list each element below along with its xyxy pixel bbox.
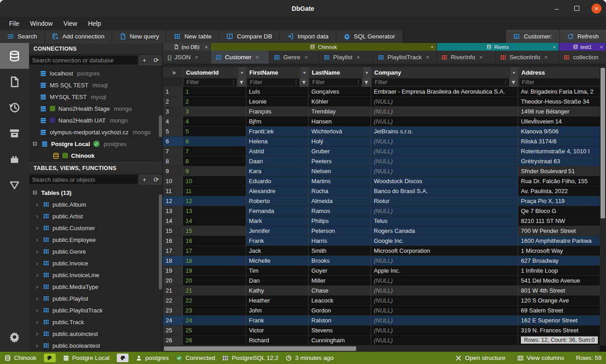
chevron-right-icon[interactable]: ›: [34, 271, 40, 279]
tab-riverinfo[interactable]: RiverInfo×: [437, 51, 496, 64]
table-cell[interactable]: 1 Microsoft Way: [518, 246, 600, 256]
table-cell[interactable]: Gonçalves: [309, 87, 371, 97]
table-cell[interactable]: Ramos: [309, 206, 371, 216]
table-cell[interactable]: Dan: [246, 276, 309, 286]
toolbar-customer-button[interactable]: Customer:: [506, 30, 559, 43]
tables-scrollbar[interactable]: [159, 194, 162, 289]
tab-genre[interactable]: Genre×: [269, 51, 319, 64]
table-cell[interactable]: 319 N. Frances Street: [518, 326, 600, 336]
filter-input[interactable]: Filter: [520, 79, 600, 86]
table-cell[interactable]: Helena: [246, 137, 309, 147]
table-cell[interactable]: Qe 7 Bloco G: [518, 206, 600, 216]
table-cell[interactable]: Kathy: [246, 286, 309, 296]
table-cell[interactable]: Tremblay: [309, 107, 371, 117]
table-cell[interactable]: 14: [183, 216, 246, 226]
table-cell[interactable]: Jack: [246, 246, 309, 256]
table-cell[interactable]: 15: [183, 226, 246, 236]
table-cell[interactable]: Bjřrn: [246, 117, 309, 127]
table-cell[interactable]: Richard: [246, 336, 309, 345]
table-cell[interactable]: Klanova 9/506: [518, 127, 600, 137]
table-cell[interactable]: 120 S Orange Ave: [518, 296, 600, 306]
chevron-down-icon[interactable]: ▾: [300, 67, 308, 78]
table-cell[interactable]: 24: [183, 316, 246, 326]
toolbar-new-query-button[interactable]: New query: [112, 30, 167, 43]
toolbar-import-data-button[interactable]: Import data: [280, 30, 336, 43]
table-cell[interactable]: Praça Pio X, 119: [518, 196, 600, 206]
table-cell[interactable]: (NULL): [371, 276, 518, 286]
tab-group-rivers[interactable]: Rivers×: [437, 43, 559, 51]
table-cell[interactable]: (NULL): [371, 156, 518, 166]
chevron-right-icon[interactable]: ›: [34, 330, 40, 337]
table-cell[interactable]: Roberto: [246, 196, 309, 206]
chevron-right-icon[interactable]: ›: [34, 342, 40, 349]
table-item-public-employee[interactable]: ›public.Employee: [29, 234, 162, 246]
table-cell[interactable]: Harris: [309, 236, 371, 246]
table-row[interactable]: 1111AlexandreRochaBanco do Brasil S.A.Av…: [163, 186, 600, 196]
table-row[interactable]: 2121KathyChase(NULL)801 W 4th Street: [163, 286, 600, 296]
close-group-icon[interactable]: ×: [205, 44, 208, 50]
kebab-menu-icon[interactable]: ⋮: [502, 79, 509, 86]
rail-archive-icon[interactable]: [0, 120, 29, 146]
table-cell[interactable]: Kara: [246, 166, 309, 176]
connection-item-olympus-medportal-vychozi-cz[interactable]: olympus-medportal.vychozi.czmongo: [29, 126, 162, 138]
table-cell[interactable]: Chase: [309, 286, 371, 296]
refresh-connections-button[interactable]: ⟳: [151, 55, 162, 65]
table-cell[interactable]: 8: [183, 156, 246, 166]
table-cell[interactable]: Av. Paulista, 2022: [518, 186, 600, 196]
table-item-public-genre[interactable]: ›public.Genre: [29, 246, 162, 257]
table-cell[interactable]: (NULL): [371, 316, 518, 326]
column-header-address[interactable]: Address: [518, 67, 600, 78]
table-cell[interactable]: Ralston: [309, 316, 371, 326]
table-cell[interactable]: Apple Inc.: [371, 266, 518, 276]
table-cell[interactable]: Franti□ek: [246, 127, 309, 137]
grid-vertical-scrollbar[interactable]: [600, 67, 606, 345]
table-cell[interactable]: 1: [183, 87, 246, 97]
connection-item-postgre-local[interactable]: ⊟Postgre Local✓postgres: [29, 138, 162, 150]
table-cell[interactable]: 13: [183, 206, 246, 216]
table-cell[interactable]: (NULL): [371, 306, 518, 316]
table-cell[interactable]: 19: [183, 266, 246, 276]
close-tab-icon[interactable]: ×: [305, 54, 308, 61]
table-cell[interactable]: Köhler: [309, 97, 371, 107]
table-cell[interactable]: (NULL): [371, 296, 518, 306]
column-header-company[interactable]: Company▾: [371, 67, 518, 78]
menu-file[interactable]: File: [5, 19, 24, 28]
table-row[interactable]: 55Franti□ekWichterlováJetBrains s.r.o.Kl…: [163, 127, 600, 137]
table-cell[interactable]: Philips: [309, 216, 371, 226]
table-cell[interactable]: Mark: [246, 216, 309, 226]
table-cell[interactable]: Microsoft Corporation: [371, 246, 518, 256]
table-cell[interactable]: Rocha: [309, 186, 371, 196]
close-tab-icon[interactable]: ×: [426, 54, 429, 61]
rail-gear-icon[interactable]: [0, 326, 29, 348]
expander-icon[interactable]: ⊟: [32, 141, 38, 147]
rail-history-icon[interactable]: [0, 95, 29, 120]
table-cell[interactable]: Theodor-Heuss-Straße 34: [518, 97, 600, 107]
chevron-right-icon[interactable]: ›: [34, 224, 40, 232]
table-cell[interactable]: 25: [183, 326, 246, 336]
table-cell[interactable]: Av. Brigadeiro Faria Lima, 2: [518, 87, 600, 97]
connection-item-nano2health-uat[interactable]: Nano2Health UATmongo: [29, 114, 162, 126]
toolbar-add-connection-button[interactable]: Add connection: [45, 30, 112, 43]
table-cell[interactable]: Hansen: [309, 117, 371, 127]
table-cell[interactable]: 801 W 4th Street: [518, 286, 600, 296]
column-header-lastname[interactable]: LastName▾: [309, 67, 371, 78]
table-cell[interactable]: JetBrains s.r.o.: [371, 127, 518, 137]
table-cell[interactable]: 16: [183, 236, 246, 246]
table-cell[interactable]: 9: [183, 166, 246, 176]
table-cell[interactable]: Fernanda: [246, 206, 309, 216]
table-cell[interactable]: (NULL): [371, 166, 518, 176]
table-cell[interactable]: Wichterlová: [309, 127, 371, 137]
toolbar-sql-generator-button[interactable]: SQL Generator: [336, 30, 403, 43]
table-row[interactable]: 2323JohnGordon(NULL)69 Salem Street: [163, 306, 600, 316]
table-row[interactable]: 11LuísGonçalvesEmbraer - Empresa Brasile…: [163, 87, 600, 97]
close-tab-icon[interactable]: ×: [195, 54, 198, 61]
tab-customer[interactable]: Customer×: [211, 51, 269, 64]
table-row[interactable]: 22LeonieKöhler(NULL)Theodor-Heuss-Straße…: [163, 97, 600, 107]
table-cell[interactable]: Woodstock Discos: [371, 176, 518, 186]
palette-chip[interactable]: [44, 354, 56, 362]
tab-group-test1[interactable]: test1×: [559, 43, 606, 51]
table-cell[interactable]: Brooks: [309, 256, 371, 266]
chevron-down-icon[interactable]: ▾: [238, 67, 246, 78]
table-cell[interactable]: 7: [183, 147, 246, 156]
table-cell[interactable]: (NULL): [371, 206, 518, 216]
